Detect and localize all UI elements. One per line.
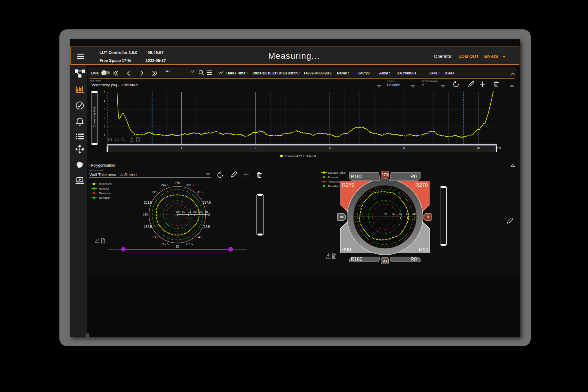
svg-text:24: 24 bbox=[392, 213, 395, 216]
svg-text:90: 90 bbox=[383, 259, 387, 263]
svg-text:R0: R0 bbox=[411, 257, 417, 262]
svg-text:0: 0 bbox=[427, 215, 429, 219]
svg-text:R90: R90 bbox=[341, 247, 351, 253]
svg-text:Deviation: Deviation bbox=[328, 185, 340, 188]
svg-text:R180: R180 bbox=[351, 257, 362, 262]
svg-text:28: 28 bbox=[406, 213, 409, 216]
svg-text:26: 26 bbox=[399, 213, 402, 216]
svg-text:R90: R90 bbox=[419, 247, 428, 253]
svg-text:180: 180 bbox=[338, 215, 344, 219]
svg-text:R270: R270 bbox=[415, 182, 428, 188]
svg-text:R0: R0 bbox=[411, 174, 417, 179]
svg-text:Tolerance: Tolerance bbox=[328, 180, 340, 183]
svg-text:270: 270 bbox=[382, 173, 388, 177]
svg-text:30: 30 bbox=[413, 213, 416, 216]
svg-text:R180: R180 bbox=[351, 174, 362, 179]
svg-text:average radial: average radial bbox=[328, 171, 345, 174]
svg-text:Nominal: Nominal bbox=[328, 176, 338, 179]
svg-text:22: 22 bbox=[384, 213, 387, 216]
svg-text:R270: R270 bbox=[342, 182, 355, 188]
